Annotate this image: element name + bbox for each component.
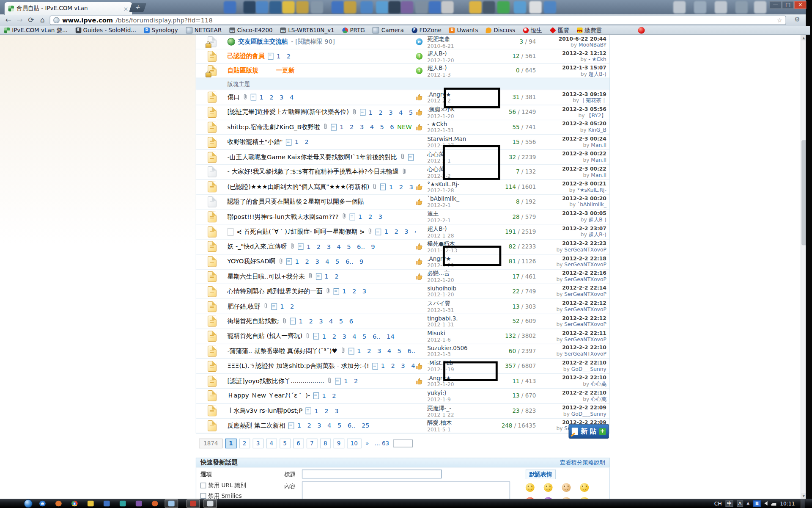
thread-row[interactable]: 認證了的會員只要在開貼後２星期可以開多一個貼`bAbiimllk_2012-2-… (196, 194, 609, 209)
smiley-smile-icon[interactable] (580, 483, 589, 492)
last-post-user[interactable]: SerGeaNTXovoP (564, 262, 606, 267)
page-links[interactable]: 1 2 3 4 5 6.. 25 (297, 422, 370, 429)
last-post-date[interactable]: 2012-2-3 00:22 (541, 166, 606, 172)
start-button[interactable] (24, 499, 33, 508)
page-links[interactable]: 1 2 3 (342, 288, 366, 295)
author-name[interactable]: 醉愛.柚木 (427, 419, 452, 427)
thread-title[interactable]: -山王大戰呢隻Game Kaix你老母又要找數啊!`1年前後的對比 (228, 153, 397, 162)
last-post-date[interactable]: 2012-2-3 00:20 (541, 196, 606, 202)
last-post-user[interactable]: 超人B-) (589, 217, 606, 222)
volume-icon[interactable] (765, 501, 768, 505)
thread-title[interactable]: 己認證的會員 (228, 52, 265, 61)
last-post-date[interactable]: 2012-2-2 22:10 (541, 390, 606, 396)
smiley-grin-icon[interactable] (544, 483, 553, 492)
address-bar[interactable]: www.ipve.com/bbs/forumdisplay.php?fid=11… (50, 16, 786, 25)
thread-title[interactable]: ΞΞΞ(L).ㄋ認證拉 加送shitb:p合照萬張 - 求加分:-(! (228, 362, 369, 370)
thread-title[interactable]: 認證了的會員只要在開貼後２星期可以開多一個貼 (228, 197, 364, 206)
bookmark-item[interactable]: 匯豐 (550, 26, 569, 34)
page-links[interactable]: 1 2 3 4 5 6.. 9 (307, 243, 375, 250)
firefox-icon[interactable] (52, 500, 65, 507)
last-post-date[interactable]: 2012-2-3 00:05 (541, 210, 606, 217)
thread-row[interactable]: shitb:p.宿命悲劇♪KinG_B收野啦1 2 3 4 5 6NEW- ★C… (196, 119, 609, 134)
thread-title[interactable]: 妖 -_"快d入來,宣傳呀 (228, 242, 287, 251)
thread-title[interactable]: Ｈappy Ｎew Ｙear♪(´ε｀ )- (228, 392, 310, 400)
thread-row[interactable]: 收野啦寵精王"小錯"1 2StarwisH.Man2012-1-2715 / 5… (196, 135, 609, 149)
page-links[interactable]: 1 2 (324, 273, 338, 280)
last-post-user[interactable]: SerGeaNTXovoP (564, 247, 606, 252)
app-orange-icon[interactable] (148, 500, 161, 507)
thread-row[interactable]: 心情特別開心 感到世界美好的一面1 2 3siuhoihoib2012-1-20… (196, 284, 609, 298)
page-links[interactable]: 1 2 3 4 5 6.. 7 (357, 348, 416, 355)
thread-row[interactable]: 寵精首死自貼 (招人一齊玩)1 2 3 4 5 6.. 14Misuki2012… (196, 329, 609, 343)
last-post-user[interactable]: SerGeaNTXovoP (564, 336, 606, 342)
last-post-date[interactable]: 2012-2-3 05:20 (541, 121, 606, 127)
last-post-date[interactable]: 2012-2-2 22:18 (541, 255, 606, 262)
bookmark-item[interactable]: UUwants (449, 27, 478, 33)
thread-title[interactable]: 交友區版主交流帖 (238, 37, 288, 46)
last-post-date[interactable]: 2012-2-3 00:22 (541, 151, 606, 157)
thread-title[interactable]: YOYO我好SAD啊 (228, 257, 276, 266)
page-jump-input[interactable] (393, 439, 413, 447)
thread-row[interactable]: [認証]yoyo找數比你丫.................1 2.Angry★… (196, 373, 609, 388)
last-post-date[interactable]: 2010-6-22 20:44 (541, 36, 606, 42)
last-post-user[interactable]: SerGeaNTXovoP (564, 306, 606, 312)
smiley-smile-icon[interactable] (526, 483, 535, 492)
close-button[interactable]: × (794, 1, 806, 8)
bookmark-item[interactable]: FFDZone (411, 27, 442, 33)
thread-row[interactable]: 己認證的會員1 2↑超人B-)2012-1-2012 / 5612012-2-2… (196, 49, 609, 63)
last-post-user[interactable]: 心心萬 (591, 381, 606, 387)
thread-title[interactable]: 肥仔錯,收野 (228, 302, 261, 311)
bookmark-item[interactable]: PRTG (342, 27, 365, 33)
author-name[interactable]: 必戀...言 (427, 270, 454, 277)
page-links[interactable]: 1 2 3 (315, 407, 339, 414)
thread-title[interactable]: 星期六生日啦..可以+我分未 (228, 272, 305, 281)
checkbox[interactable] (200, 483, 206, 488)
author-name[interactable]: 死肥老蕭 (427, 35, 454, 43)
thread-title[interactable]: ⋞ 首死自貼(´∀｀)♪紅眼症- 呵呵一星期假期 ⋟ (237, 227, 365, 236)
thread-title[interactable]: 自貼區版規 (228, 66, 258, 75)
last-post-date[interactable]: 2012-1-3 15:07 (541, 64, 606, 71)
more-pages-link[interactable]: ... 63 (373, 439, 391, 448)
last-post-date[interactable]: 2012-2-2 22:12 (541, 315, 606, 321)
last-post-user[interactable]: SerGeaNTXovoP (564, 291, 606, 297)
page-links[interactable]: 1 2 (280, 303, 294, 310)
ie-icon[interactable]: e (36, 500, 49, 507)
page-links[interactable]: 1 2 3 4 5 6.. 36 (381, 362, 416, 370)
tray-app-icon[interactable]: B (753, 500, 761, 507)
author-name[interactable]: 惡魔澤-_- (427, 404, 454, 412)
network-icon[interactable] (771, 501, 776, 505)
author-name[interactable]: 速王 (427, 210, 451, 218)
thread-title[interactable]: 聯post!!!男神rs-lun大戰天水圍sam??? (228, 213, 339, 221)
page-number[interactable]: 6 (293, 439, 304, 448)
page-number[interactable]: 7 (306, 439, 317, 448)
taskbar-clock[interactable]: 10:11 (780, 500, 795, 506)
thread-row[interactable]: 自貼區版規一更新↑超人B-)2012-1-30 / 6452012-1-3 15… (196, 63, 609, 77)
thread-row[interactable]: 聯post!!!男神rs-lun大戰天水圍sam???1 2 3速王2012-2… (196, 209, 609, 224)
app-blue-icon[interactable] (101, 500, 113, 507)
last-post-date[interactable]: 2012-2-3 00:21 (541, 181, 606, 187)
page-links[interactable]: 1 2 (295, 138, 309, 146)
new-tab-button[interactable]: + (129, 3, 146, 12)
tray-language[interactable]: CH (714, 500, 722, 506)
author-name[interactable]: 超人B-) (427, 225, 454, 233)
tray-expand-icon[interactable]: ▲ (747, 501, 750, 505)
last-post-date[interactable]: 2012-2-3 05:56 (541, 106, 606, 113)
last-post-user[interactable]: SerGeaNTXovoP (564, 276, 606, 282)
thread-row[interactable]: (已認證)★★★由細到大的"個人寫真"★★★(有新相)1 2 3 4 5 6..… (196, 179, 609, 194)
thread-title[interactable]: -蒲蒲蒲.. 就黎番學啦 真係好悶丫(ˇ³ˇ)♥ (228, 347, 337, 356)
subject-input[interactable] (302, 470, 442, 479)
smiley-pray-icon[interactable] (562, 483, 571, 492)
page-links[interactable]: 1 2 3 4 5 6.. 9 (295, 258, 364, 265)
last-post-user[interactable]: MooNBaBY (579, 42, 606, 47)
page-links[interactable]: 1 2 3 4 5 6 (369, 109, 416, 116)
author-name[interactable]: yukyi:) (427, 390, 451, 397)
page-links[interactable]: 1 2 3 4 5 6.. 14 (322, 333, 395, 340)
page-links[interactable]: 1 2 3 4 (259, 94, 294, 101)
thread-row[interactable]: 傷口1 2 3 4.Angry★2012-2-231 / 3812012-2-3… (196, 90, 609, 105)
app-purple-icon[interactable] (132, 500, 145, 507)
author-name[interactable]: °★sKulL.Rj- (427, 181, 459, 188)
thread-title[interactable]: - 大家好!我又黎找數了:$:$有冇寵精神手挑戰本神?今日未輸過 (228, 168, 399, 177)
app-red-icon[interactable] (187, 499, 200, 508)
bookmark-item[interactable]: DDCisco-E4200 (230, 27, 273, 33)
thread-row[interactable]: 星期六生日啦..可以+我分未1 2必戀...言2012-1-2017 / 461… (196, 269, 609, 284)
